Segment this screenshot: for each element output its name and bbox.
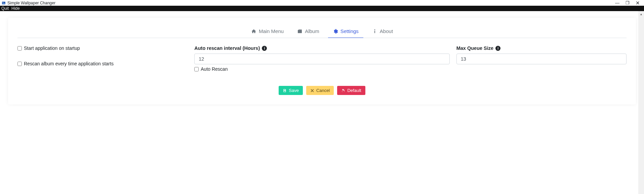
rescan-startup-checkbox[interactable]	[17, 62, 22, 66]
right-column: Max Queue Size i	[456, 45, 627, 64]
svg-rect-5	[374, 31, 375, 33]
tab-label: Main Menu	[259, 28, 284, 34]
tab-label: Settings	[340, 28, 359, 34]
auto-rescan-label: Auto Rescan	[201, 66, 228, 72]
titlebar: Simple Wallpaper Changer — ❐ ✕	[0, 0, 644, 6]
startup-checkbox-group[interactable]: Start application on startup	[17, 45, 188, 51]
scrollbar[interactable]: ▴	[638, 11, 644, 111]
startup-checkbox[interactable]	[17, 46, 22, 51]
svg-point-1	[3, 2, 3, 3]
middle-column: Auto rescan interval (Hours) i Auto Resc…	[194, 45, 449, 72]
close-button[interactable]: ✕	[636, 0, 640, 5]
gear-icon	[333, 29, 338, 34]
rescan-interval-input[interactable]	[194, 54, 449, 64]
max-queue-input[interactable]	[456, 54, 627, 64]
svg-rect-6	[284, 89, 285, 90]
content: Main Menu Album Settings About Start app…	[0, 11, 644, 111]
tab-label: Album	[305, 28, 319, 34]
tab-album[interactable]: Album	[292, 25, 324, 38]
info-icon[interactable]: i	[495, 46, 500, 51]
save-icon	[283, 89, 287, 93]
save-button[interactable]: Save	[279, 86, 303, 95]
svg-rect-7	[284, 91, 285, 92]
home-icon	[251, 29, 256, 34]
scroll-up-icon[interactable]: ▴	[638, 11, 644, 17]
menubar: Quit Hide	[0, 6, 644, 11]
svg-rect-2	[298, 30, 302, 33]
tab-about[interactable]: About	[367, 25, 398, 38]
tabs: Main Menu Album Settings About	[17, 25, 627, 38]
rescan-interval-label: Auto rescan interval (Hours) i	[194, 45, 449, 51]
auto-rescan-checkbox[interactable]	[194, 67, 199, 71]
app-icon	[1, 1, 6, 5]
save-label: Save	[289, 88, 299, 93]
startup-label: Start application on startup	[24, 45, 80, 51]
info-icon	[372, 29, 377, 34]
left-column: Start application on startup Rescan albu…	[17, 45, 188, 76]
settings-grid: Start application on startup Rescan albu…	[17, 45, 627, 76]
card: Main Menu Album Settings About Start app…	[8, 18, 636, 104]
rescan-startup-label: Rescan album every time application star…	[24, 61, 114, 66]
tab-main-menu[interactable]: Main Menu	[246, 25, 288, 38]
default-label: Default	[347, 88, 361, 93]
undo-icon	[341, 89, 345, 93]
max-queue-label: Max Queue Size i	[456, 45, 627, 51]
tab-label: About	[380, 28, 393, 34]
auto-rescan-checkbox-group[interactable]: Auto Rescan	[194, 66, 449, 72]
rescan-startup-checkbox-group[interactable]: Rescan album every time application star…	[17, 61, 188, 66]
window-controls: — ❐ ✕	[615, 0, 643, 5]
svg-point-4	[374, 29, 375, 30]
cancel-label: Cancel	[316, 88, 330, 93]
info-icon[interactable]: i	[262, 46, 267, 51]
button-row: Save Cancel Default	[17, 86, 627, 95]
svg-rect-3	[298, 29, 302, 30]
minimize-button[interactable]: —	[615, 1, 619, 5]
window-title: Simple Wallpaper Changer	[7, 1, 615, 5]
cancel-button[interactable]: Cancel	[306, 86, 334, 95]
cancel-icon	[310, 89, 314, 93]
tab-settings[interactable]: Settings	[328, 25, 363, 38]
menu-hide[interactable]: Hide	[11, 6, 20, 11]
menu-quit[interactable]: Quit	[1, 6, 9, 11]
default-button[interactable]: Default	[337, 86, 365, 95]
maximize-button[interactable]: ❐	[626, 1, 630, 5]
album-icon	[297, 29, 303, 34]
